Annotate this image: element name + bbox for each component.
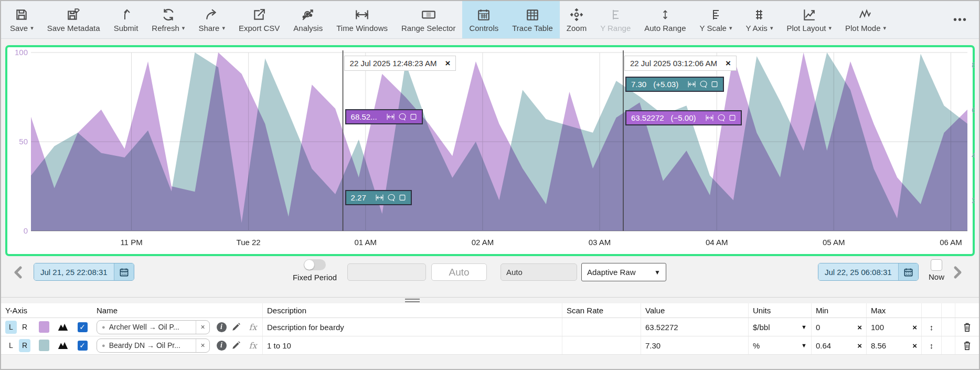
max-value[interactable]: 100 xyxy=(871,323,884,332)
zoom-button[interactable]: Zoom xyxy=(560,1,593,38)
signal-pill[interactable]: ●Archer Well → Oil P... × xyxy=(97,320,210,334)
analysis-button[interactable]: Analysis xyxy=(286,1,329,38)
comment-icon[interactable] xyxy=(699,80,708,88)
min-value[interactable]: 0 xyxy=(816,323,820,332)
controls-button[interactable]: Controls xyxy=(462,1,505,38)
save-button[interactable]: Save▾ xyxy=(3,1,40,38)
remove-signal-button[interactable]: × xyxy=(196,321,209,334)
export-csv-button[interactable]: Export CSV xyxy=(232,1,286,38)
now-checkbox[interactable] xyxy=(931,259,942,271)
cursor-timestamp[interactable]: 22 Jul 2025 12:48:23 AM× xyxy=(344,56,456,71)
trace-table-button[interactable]: Trace Table xyxy=(505,1,560,38)
x-axis-tick: 02 AM xyxy=(472,238,494,247)
time-series-chart[interactable]: 050100246811 PMTue 2201 AM02 AM03 AM04 A… xyxy=(7,47,975,253)
fixed-period-toggle[interactable] xyxy=(304,259,326,270)
clear-max-button[interactable]: × xyxy=(912,323,917,332)
edit-pencil-icon[interactable] xyxy=(229,336,243,354)
delete-trace-button[interactable] xyxy=(955,318,979,336)
right-axis-button[interactable]: R xyxy=(19,339,30,352)
more-options-button[interactable]: ••• xyxy=(944,1,977,38)
units-select[interactable]: $/bbl▼ xyxy=(748,318,811,336)
end-date-value[interactable]: Jul 22, 25 06:08:31 xyxy=(818,263,898,280)
trace-color-swatch[interactable] xyxy=(39,340,49,351)
range-selector-button[interactable]: Range Selector xyxy=(395,1,462,38)
cursor-value-flag[interactable]: 2.27 xyxy=(345,190,412,205)
description-cell[interactable]: Description for beardy xyxy=(262,318,562,336)
units-select[interactable]: %▼ xyxy=(748,336,811,354)
calendar-icon[interactable] xyxy=(898,263,918,280)
resize-handle[interactable] xyxy=(405,299,420,302)
trace-visible-checkbox[interactable]: ✓ xyxy=(78,322,88,332)
right-axis-button[interactable]: R xyxy=(19,321,30,334)
plot-layout-button[interactable]: Plot Layout▾ xyxy=(780,1,838,38)
start-date-value[interactable]: Jul 21, 25 22:08:31 xyxy=(34,263,114,280)
trace-visible-checkbox[interactable]: ✓ xyxy=(78,341,88,351)
signal-name: Beardy DN → Oil Pr... xyxy=(109,341,180,350)
clear-max-button[interactable]: × xyxy=(912,341,917,350)
box-icon[interactable] xyxy=(410,113,417,121)
save-metadata-button[interactable]: Save Metadata xyxy=(40,1,107,38)
area-chart-icon[interactable] xyxy=(54,336,72,354)
delete-trace-button[interactable] xyxy=(955,336,979,354)
y-range-button[interactable]: Y Range xyxy=(593,1,637,38)
end-date-picker[interactable]: Jul 22, 25 06:08:31 xyxy=(818,263,919,281)
signal-pill[interactable]: ●Beardy DN → Oil Pr... × xyxy=(97,339,210,353)
submit-button[interactable]: Submit xyxy=(107,1,145,38)
box-icon[interactable] xyxy=(711,80,718,88)
step-forward-button[interactable] xyxy=(952,266,963,281)
signal-name: Archer Well → Oil P... xyxy=(109,323,179,331)
step-back-button[interactable] xyxy=(13,266,24,281)
comment-icon[interactable] xyxy=(398,113,407,121)
area-chart-icon[interactable] xyxy=(54,318,72,336)
clear-min-button[interactable]: × xyxy=(857,341,862,350)
auto-range-row-button[interactable]: ↕ xyxy=(921,336,941,354)
scan-rate-cell xyxy=(562,336,641,354)
clear-min-button[interactable]: × xyxy=(857,323,862,332)
edit-pencil-icon[interactable] xyxy=(229,318,243,336)
trace-color-swatch[interactable] xyxy=(39,321,49,333)
left-axis-button[interactable]: L xyxy=(5,321,17,334)
plot-mode-button[interactable]: Plot Mode▾ xyxy=(838,1,893,38)
comment-icon[interactable] xyxy=(717,114,726,122)
min-value[interactable]: 0.64 xyxy=(816,341,831,350)
remove-signal-button[interactable]: × xyxy=(196,339,209,352)
max-value[interactable]: 8.56 xyxy=(871,341,886,350)
measure-range-icon[interactable] xyxy=(386,113,395,121)
info-icon[interactable]: i xyxy=(217,341,227,351)
save-icon xyxy=(15,7,28,23)
comment-icon[interactable] xyxy=(387,194,396,202)
left-axis-button[interactable]: L xyxy=(5,339,17,352)
duration-input[interactable] xyxy=(347,263,426,281)
y-scale-icon xyxy=(709,7,722,23)
measure-range-icon[interactable] xyxy=(375,194,384,202)
box-icon[interactable] xyxy=(399,194,406,202)
close-icon[interactable]: × xyxy=(726,59,731,68)
auto-button[interactable]: Auto xyxy=(431,263,487,281)
range-selector-icon xyxy=(421,7,436,23)
cursor-value-flag[interactable]: 7.30(+5.03) xyxy=(625,77,724,92)
formula-fx-icon[interactable]: fx xyxy=(249,341,257,351)
close-icon[interactable]: × xyxy=(445,59,451,68)
auto-range-row-button[interactable]: ↕ xyxy=(921,318,941,336)
info-icon[interactable]: i xyxy=(217,322,227,332)
time-windows-button[interactable]: Time Windows xyxy=(329,1,395,38)
cursor-value-flag[interactable]: 68.52... xyxy=(345,109,423,124)
measure-range-icon[interactable] xyxy=(687,80,696,88)
box-icon[interactable] xyxy=(729,114,736,122)
y-axis-button[interactable]: Y Axis▾ xyxy=(739,1,780,38)
downsample-select[interactable]: Adaptive Raw ▼ xyxy=(581,263,666,281)
auto-range-button[interactable]: Auto Range xyxy=(637,1,693,38)
cursor-timestamp[interactable]: 22 Jul 2025 03:12:06 AM× xyxy=(624,56,737,71)
start-date-picker[interactable]: Jul 21, 25 22:08:31 xyxy=(34,263,134,281)
formula-fx-icon[interactable]: fx xyxy=(249,322,257,332)
cursor-value-flag[interactable]: 63.52272(−5.00) xyxy=(625,110,742,125)
description-cell[interactable]: 1 to 10 xyxy=(262,336,562,354)
chart-panel[interactable]: 050100246811 PMTue 2201 AM02 AM03 AM04 A… xyxy=(5,45,975,256)
refresh-button[interactable]: Refresh▾ xyxy=(145,1,191,38)
flag-delta: (−5.00) xyxy=(671,113,696,122)
y-scale-button[interactable]: Y Scale▾ xyxy=(693,1,739,38)
samples-input[interactable]: Auto xyxy=(500,263,577,281)
share-button[interactable]: Share▾ xyxy=(191,1,232,38)
measure-range-icon[interactable] xyxy=(705,114,714,122)
calendar-icon[interactable] xyxy=(114,263,134,280)
